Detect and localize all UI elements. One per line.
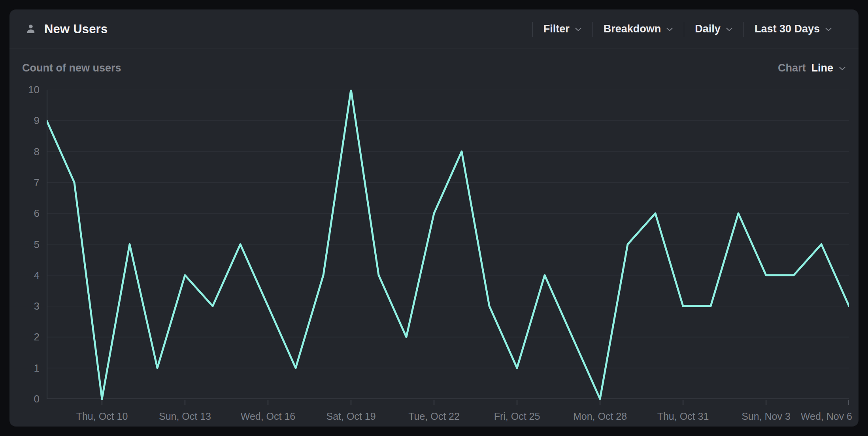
chevron-down-icon	[666, 27, 673, 32]
date-range-dropdown[interactable]: Last 30 Days	[744, 23, 843, 35]
y-axis-label: 0	[12, 393, 40, 405]
y-axis-label: 7	[12, 177, 40, 188]
header-controls: Filter Breakdown Daily	[532, 21, 843, 38]
x-axis-label: Wed, Nov 6	[757, 410, 852, 423]
chevron-down-icon	[726, 27, 733, 32]
y-axis-label: 6	[12, 207, 40, 219]
x-axis-label: Thu, Oct 31	[636, 410, 730, 423]
metric-label: Count of new users	[22, 62, 121, 74]
new-users-line-chart	[47, 90, 849, 406]
user-icon	[24, 22, 38, 36]
plot-area	[47, 90, 849, 406]
new-users-widget-card: New Users Filter Breakdown	[9, 9, 859, 427]
chart-subheader: Count of new users Chart Line	[22, 60, 846, 76]
chevron-down-icon	[575, 27, 582, 32]
y-axis-label: 1	[12, 362, 40, 374]
y-axis-label: 5	[12, 239, 40, 250]
x-axis-label: Sat, Oct 19	[304, 410, 398, 423]
dashboard-page: New Users Filter Breakdown	[0, 0, 868, 436]
x-axis-label: Tue, Oct 22	[387, 410, 481, 423]
x-axis-label: Mon, Oct 28	[553, 410, 647, 423]
chart-type-value: Line	[811, 62, 833, 74]
chart-type-selector[interactable]: Chart Line	[778, 62, 846, 74]
filter-dropdown[interactable]: Filter	[533, 23, 593, 35]
y-axis-label: 4	[12, 269, 40, 281]
chevron-down-icon	[839, 66, 846, 71]
y-axis-label: 2	[12, 331, 40, 343]
widget-title: New Users	[44, 22, 108, 36]
x-axis-label: Thu, Oct 10	[55, 410, 149, 423]
breakdown-dropdown[interactable]: Breakdown	[593, 23, 684, 35]
y-axis-label: 8	[12, 146, 40, 158]
widget-header: New Users Filter Breakdown	[9, 9, 859, 49]
y-axis-label: 9	[12, 115, 40, 126]
chevron-down-icon	[825, 27, 832, 32]
x-axis-label: Wed, Oct 16	[221, 410, 315, 423]
chart-type-label: Chart	[778, 62, 806, 74]
y-axis-label: 3	[12, 300, 40, 312]
granularity-dropdown[interactable]: Daily	[684, 23, 743, 35]
x-axis-label: Sun, Oct 13	[138, 410, 232, 423]
x-axis-label: Fri, Oct 25	[470, 410, 564, 423]
y-axis-label: 10	[12, 84, 40, 96]
